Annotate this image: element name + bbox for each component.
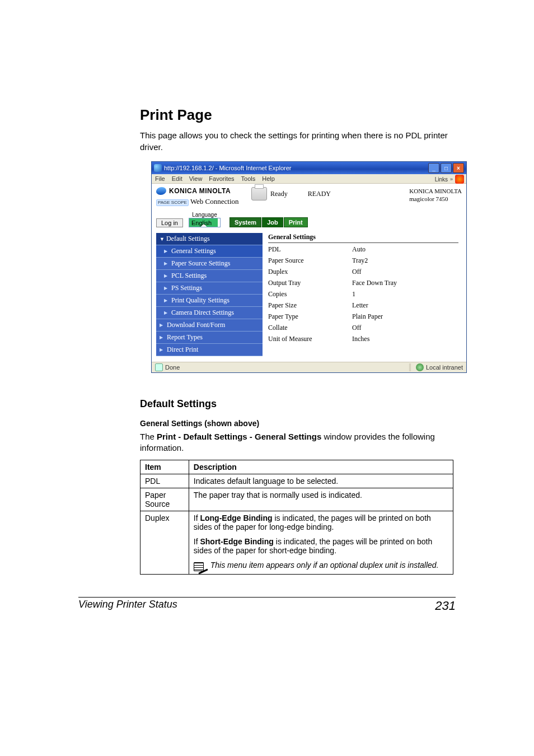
window-minimize-button[interactable]: _ bbox=[428, 163, 439, 173]
page-intro: This page allows you to check the settin… bbox=[140, 129, 456, 153]
brand-name: KONICA MINOLTA bbox=[169, 187, 231, 195]
language-select[interactable]: English bbox=[189, 218, 221, 227]
section-sub: General Settings (shown above) bbox=[140, 419, 495, 428]
nav-report-types[interactable]: Report Types bbox=[156, 332, 263, 344]
printer-model: KONICA MINOLTA magicolor 7450 bbox=[409, 187, 462, 203]
settings-panel: General Settings PDL Auto Paper Source T… bbox=[263, 233, 462, 356]
nav-print-quality-settings[interactable]: Print Quality Settings bbox=[156, 295, 263, 307]
nav-download-font-form[interactable]: Download Font/Form bbox=[156, 319, 263, 332]
td-ps-desc: The paper tray that is normally used is … bbox=[189, 488, 453, 511]
row-papersource-val: Tray2 bbox=[352, 256, 458, 265]
nav-paper-source-settings[interactable]: Paper Source Settings bbox=[156, 258, 263, 270]
menu-favorites[interactable]: Favorites bbox=[209, 175, 234, 182]
printer-icon bbox=[251, 187, 267, 200]
tab-print[interactable]: Print bbox=[284, 217, 308, 227]
footer-rule bbox=[78, 597, 456, 598]
body-bold: Print - Default Settings - General Setti… bbox=[157, 432, 321, 441]
login-button[interactable]: Log in bbox=[156, 218, 183, 227]
footer-page-number: 231 bbox=[435, 599, 456, 613]
page-heading: Print Page bbox=[140, 106, 495, 124]
table-row: Duplex If Long-Edge Binding is indicated… bbox=[140, 511, 453, 574]
side-nav: Default Settings General Settings Paper … bbox=[156, 233, 263, 356]
intranet-icon bbox=[416, 363, 424, 371]
row-unit-val: Inches bbox=[352, 335, 458, 343]
status-ready-big: READY bbox=[308, 190, 331, 198]
dup-p1b: Long-Edge Binding bbox=[200, 514, 272, 522]
duplex-note: This menu item appears only if an option… bbox=[210, 561, 439, 570]
section-heading: Default Settings bbox=[140, 398, 495, 410]
row-papertype-val: Plain Paper bbox=[352, 312, 458, 321]
row-unit-key: Unit of Measure bbox=[268, 335, 352, 343]
web-connection-label: Web Connection bbox=[190, 197, 239, 206]
row-collate-key: Collate bbox=[268, 324, 352, 332]
settings-title: General Settings bbox=[268, 233, 458, 243]
row-pdl-key: PDL bbox=[268, 245, 352, 254]
dup-p2a: If bbox=[194, 537, 200, 546]
row-papertype-key: Paper Type bbox=[268, 312, 352, 321]
td-ps-item: Paper Source bbox=[140, 488, 189, 511]
row-pdl-val: Auto bbox=[352, 245, 458, 254]
ie-icon bbox=[154, 164, 162, 172]
row-copies-key: Copies bbox=[268, 290, 352, 298]
td-duplex-item: Duplex bbox=[140, 511, 189, 574]
browser-window: http://192.168.1.2/ - Microsoft Internet… bbox=[151, 161, 467, 373]
table-row: PDL Indicates default language to be sel… bbox=[140, 474, 453, 488]
browser-menubar: File Edit View Favorites Tools Help Link… bbox=[152, 174, 466, 184]
window-close-button[interactable]: × bbox=[453, 163, 464, 173]
note-icon bbox=[194, 561, 207, 572]
th-item: Item bbox=[140, 460, 189, 474]
row-duplex-key: Duplex bbox=[268, 268, 352, 276]
pagescope-badge: PAGE SCOPE bbox=[156, 199, 189, 206]
status-ready-small: Ready bbox=[270, 190, 288, 198]
links-label[interactable]: Links bbox=[435, 176, 448, 183]
td-pdl-item: PDL bbox=[140, 474, 189, 488]
settings-description-table: Item Description PDL Indicates default l… bbox=[140, 460, 453, 575]
nav-pcl-settings[interactable]: PCL Settings bbox=[156, 270, 263, 282]
menu-file[interactable]: File bbox=[155, 175, 165, 182]
tab-system[interactable]: System bbox=[229, 217, 261, 227]
language-label: Language bbox=[189, 212, 221, 218]
row-papersize-key: Paper Size bbox=[268, 301, 352, 310]
konica-minolta-logo-icon bbox=[156, 187, 167, 195]
dup-p2b: Short-Edge Binding bbox=[200, 537, 273, 546]
nav-general-settings[interactable]: General Settings bbox=[156, 245, 263, 258]
model-line1: KONICA MINOLTA bbox=[409, 187, 462, 195]
done-icon bbox=[155, 363, 163, 371]
td-pdl-desc: Indicates default language to be selecte… bbox=[189, 474, 453, 488]
row-papersize-val: Letter bbox=[352, 301, 458, 310]
row-papersource-key: Paper Source bbox=[268, 256, 352, 265]
row-outputtray-key: Output Tray bbox=[268, 279, 352, 287]
status-zone: Local intranet bbox=[426, 364, 463, 371]
statusbar-separator bbox=[409, 363, 411, 371]
menu-help[interactable]: Help bbox=[262, 175, 275, 182]
menu-tools[interactable]: Tools bbox=[241, 175, 256, 182]
chevron-right-icon[interactable]: » bbox=[450, 176, 453, 182]
nav-direct-print[interactable]: Direct Print bbox=[156, 344, 263, 356]
row-outputtray-val: Face Down Tray bbox=[352, 279, 458, 287]
ie-logo-icon bbox=[455, 175, 464, 184]
window-maximize-button[interactable]: □ bbox=[441, 163, 452, 173]
dup-p1a: If bbox=[194, 514, 200, 522]
table-header-row: Item Description bbox=[140, 460, 453, 474]
body-pre: The bbox=[140, 432, 157, 441]
titlebar-title: http://192.168.1.2/ - Microsoft Internet… bbox=[164, 165, 291, 171]
td-duplex-desc: If Long-Edge Binding is indicated, the p… bbox=[189, 511, 453, 574]
nav-ps-settings[interactable]: PS Settings bbox=[156, 282, 263, 295]
model-line2: magicolor 7450 bbox=[409, 195, 462, 203]
nav-camera-direct-settings[interactable]: Camera Direct Settings bbox=[156, 307, 263, 319]
row-collate-val: Off bbox=[352, 324, 458, 332]
footer-left: Viewing Printer Status bbox=[78, 599, 177, 613]
nav-default-settings[interactable]: Default Settings bbox=[156, 233, 263, 245]
status-done: Done bbox=[165, 364, 180, 371]
th-description: Description bbox=[189, 460, 453, 474]
tab-job[interactable]: Job bbox=[262, 217, 283, 227]
menu-edit[interactable]: Edit bbox=[172, 175, 182, 182]
section-body: The Print - Default Settings - General S… bbox=[140, 431, 456, 454]
menu-view[interactable]: View bbox=[189, 175, 203, 182]
table-row: Paper Source The paper tray that is norm… bbox=[140, 488, 453, 511]
browser-statusbar: Done Local intranet bbox=[152, 362, 466, 372]
browser-content: KONICA MINOLTA PAGE SCOPE Web Connection… bbox=[152, 184, 466, 362]
browser-titlebar: http://192.168.1.2/ - Microsoft Internet… bbox=[152, 162, 466, 174]
row-duplex-val: Off bbox=[352, 268, 458, 276]
row-copies-val: 1 bbox=[352, 290, 458, 298]
